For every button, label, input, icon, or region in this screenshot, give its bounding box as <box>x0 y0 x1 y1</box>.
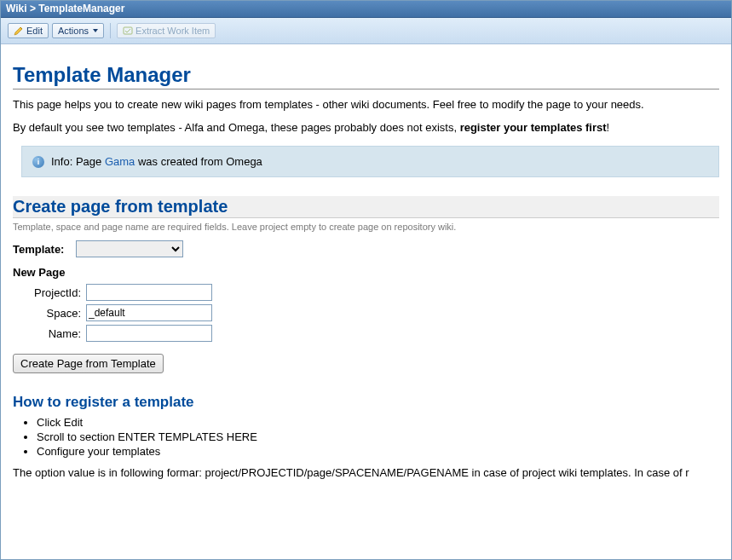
space-row: Space: <box>23 304 719 321</box>
projectid-input[interactable] <box>86 284 212 301</box>
info-icon: i <box>32 156 44 168</box>
howto-steps: Click Edit Scroll to section ENTER TEMPL… <box>28 416 719 458</box>
info-box: i Info: Page Gama was created from Omega <box>21 146 719 177</box>
page-title: Template Manager <box>13 63 719 89</box>
intro-paragraph-2: By default you see two templates - Alfa … <box>13 121 719 134</box>
template-select[interactable] <box>76 240 183 257</box>
new-page-fields: ProjectId: Space: Name: <box>13 284 719 342</box>
space-input[interactable] <box>86 304 212 321</box>
howto-section-title: How to register a template <box>13 394 719 411</box>
list-item: Scroll to section ENTER TEMPLATES HERE <box>37 430 719 443</box>
extract-work-item-button: Extract Work Item <box>117 23 216 38</box>
actions-dropdown[interactable]: Actions <box>52 23 104 38</box>
toolbar-separator <box>110 23 111 38</box>
intro-paragraph-1: This page helps you to create new wiki p… <box>13 98 719 111</box>
projectid-row: ProjectId: <box>23 284 719 301</box>
projectid-label: ProjectId: <box>23 286 81 299</box>
chevron-down-icon <box>93 29 98 32</box>
extract-work-item-label: Extract Work Item <box>135 26 210 36</box>
template-label: Template: <box>13 243 76 256</box>
content: Template Manager This page helps you to … <box>1 44 731 555</box>
template-row: Template: <box>13 240 719 257</box>
create-hint: Template, space and page name are requir… <box>13 222 719 232</box>
toolbar: Edit Actions Extract Work Item <box>1 18 731 44</box>
info-prefix: Info: Page <box>51 155 105 168</box>
info-text: Info: Page Gama was created from Omega <box>51 155 262 168</box>
edit-button-label: Edit <box>26 26 43 36</box>
new-page-heading: New Page <box>13 266 719 279</box>
howto-footer: The option value is in following formar:… <box>13 466 719 479</box>
info-page-link[interactable]: Gama <box>105 155 135 168</box>
create-section-title: Create page from template <box>13 196 719 218</box>
intro2-c: ! <box>607 121 610 134</box>
list-item: Configure your templates <box>37 445 719 458</box>
actions-dropdown-label: Actions <box>58 26 89 36</box>
svg-rect-0 <box>124 27 132 34</box>
list-item: Click Edit <box>37 416 719 429</box>
intro2-b: register your templates first <box>460 121 607 134</box>
pencil-icon <box>14 26 24 36</box>
breadcrumb-sep: > <box>27 3 39 14</box>
breadcrumb-page[interactable]: TemplateManager <box>38 3 124 14</box>
info-suffix: was created from Omega <box>135 155 262 168</box>
window: Wiki > TemplateManager Edit Actions Extr… <box>0 0 732 560</box>
space-label: Space: <box>23 307 81 320</box>
name-label: Name: <box>23 327 81 340</box>
workitem-icon <box>123 26 133 36</box>
intro2-a: By default you see two templates - Alfa … <box>13 121 460 134</box>
create-page-button[interactable]: Create Page from Template <box>13 354 164 373</box>
name-input[interactable] <box>86 325 212 342</box>
name-row: Name: <box>23 325 719 342</box>
edit-button[interactable]: Edit <box>8 23 49 38</box>
breadcrumb-root[interactable]: Wiki <box>6 3 27 14</box>
titlebar: Wiki > TemplateManager <box>1 1 731 18</box>
